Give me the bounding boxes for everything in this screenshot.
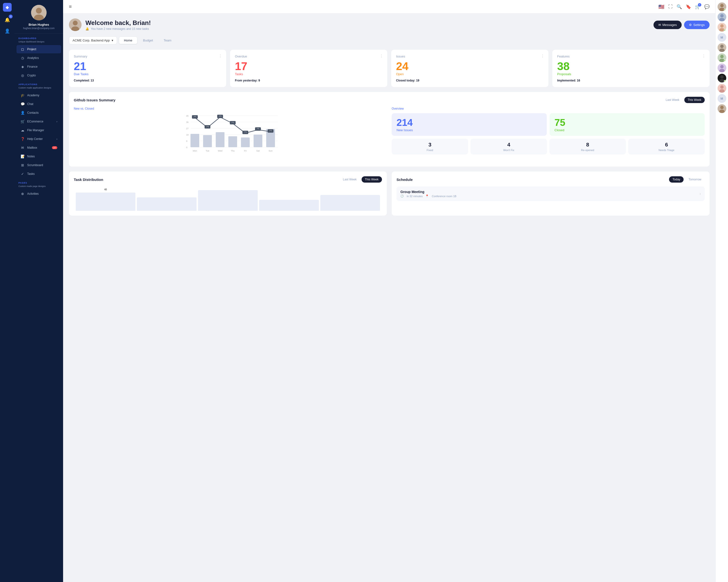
stat-sub: From yesterday: 9 xyxy=(235,79,383,82)
schedule-title: Schedule xyxy=(396,177,413,182)
tabs: Home Budget Team xyxy=(118,36,177,45)
stat-card-issues: Issues ⋮ 24 Open Closed today: 19 xyxy=(391,50,548,87)
app-logo[interactable]: ◆ xyxy=(3,3,11,11)
stat-sub: Completed: 13 xyxy=(74,79,221,82)
github-section-header: Github Issues Summary Last Week This Wee… xyxy=(74,97,705,103)
flag-icon[interactable]: 🇺🇸 xyxy=(658,4,665,10)
svg-point-69 xyxy=(720,65,724,68)
sidebar-item-analytics[interactable]: ◷ Analytics xyxy=(17,54,61,62)
main-area: ≡ 🇺🇸 ⛶ 🔍 🔖 🛒 5 💬 Welcome back, Brian! 🔔 xyxy=(63,0,716,582)
today-button[interactable]: Today xyxy=(669,176,683,183)
chevron-right-icon: › xyxy=(56,120,57,123)
search-button[interactable]: 🔍 xyxy=(677,4,682,9)
svg-point-40 xyxy=(207,127,208,129)
mini-num: 4 xyxy=(473,142,544,148)
task-this-week-button[interactable]: This Week xyxy=(362,176,382,183)
schedule-location: Conference room 1B xyxy=(432,195,457,198)
last-week-button[interactable]: Last Week xyxy=(662,97,683,103)
closed-num: 75 xyxy=(554,117,700,128)
card-menu-icon[interactable]: ⋮ xyxy=(541,54,545,58)
schedule-chevron-icon[interactable]: › xyxy=(700,192,701,196)
sidebar-item-finance[interactable]: ◈ Finance xyxy=(17,62,61,71)
settings-button[interactable]: ⚙ Settings xyxy=(684,21,709,29)
task-last-week-button[interactable]: Last Week xyxy=(339,176,360,183)
this-week-button[interactable]: This Week xyxy=(684,97,705,103)
sidebar-item-notes[interactable]: 📝 Notes xyxy=(17,152,61,161)
header-avatar xyxy=(69,19,81,31)
chart-subtitle: New vs. Closed xyxy=(74,107,387,110)
right-avatar-8[interactable] xyxy=(718,84,726,93)
gear-icon: ⚙ xyxy=(689,23,692,27)
messages-button[interactable]: ✉ Messages xyxy=(653,21,682,29)
right-avatar-2[interactable] xyxy=(718,12,726,21)
chat-icon: 💬 xyxy=(20,102,25,106)
svg-rect-20 xyxy=(216,132,225,147)
fullscreen-button[interactable]: ⛶ xyxy=(668,4,673,9)
schedule-item: Group Meeting 🕐 in 32 minutes 📍 Conferen… xyxy=(396,187,705,201)
sidebar-item-label: Contacts xyxy=(27,111,38,114)
sidebar-item-project[interactable]: ◻ Project xyxy=(17,45,61,53)
tab-team[interactable]: Team xyxy=(159,37,176,44)
project-selector[interactable]: ACME Corp. Backend App ▾ xyxy=(69,36,117,45)
mini-num: 3 xyxy=(395,142,465,148)
sidebar-item-ecommerce[interactable]: 🛒 ECommerce › xyxy=(17,117,61,126)
sidebar-item-label: Notes xyxy=(27,155,35,158)
sidebar-item-label: ECommerce xyxy=(27,120,44,123)
clock-icon: 🕐 xyxy=(400,194,404,198)
sidebar-item-scrumboard[interactable]: ⊞ Scrumboard xyxy=(17,161,61,169)
right-avatar-6[interactable] xyxy=(718,63,726,72)
user-icon-button[interactable]: 👤 xyxy=(3,27,11,35)
sidebar-item-label: Tasks xyxy=(27,172,35,175)
mailbox-icon: ✉ xyxy=(20,146,25,149)
sidebar-item-academy[interactable]: 🎓 Academy xyxy=(17,91,61,100)
right-avatar-7[interactable] xyxy=(718,74,726,82)
chat-button[interactable]: 💬 xyxy=(704,4,709,9)
envelope-icon: ✉ xyxy=(658,23,661,27)
schedule-section: Schedule Today Tomorrow Group Meeting 🕐 … xyxy=(392,171,709,216)
page-header: Welcome back, Brian! 🔔 You have 2 new me… xyxy=(69,19,709,31)
hamburger-button[interactable]: ≡ xyxy=(69,4,72,9)
sidebar-item-mailbox[interactable]: ✉ Mailbox 27 xyxy=(17,144,61,152)
sidebar-item-label: File Manager xyxy=(27,129,44,132)
tab-home[interactable]: Home xyxy=(119,37,137,44)
sidebar-item-chat[interactable]: 💬 Chat xyxy=(17,100,61,108)
sidebar-item-activities[interactable]: ⊕ Activities xyxy=(17,190,61,198)
card-menu-icon[interactable]: ⋮ xyxy=(702,54,706,58)
right-sidebar: M M xyxy=(716,0,728,582)
sidebar-item-contacts[interactable]: 👤 Contacts xyxy=(17,109,61,117)
right-avatar-4[interactable] xyxy=(718,43,726,52)
right-avatar-5[interactable] xyxy=(718,53,726,62)
sidebar-item-crypto[interactable]: ◎ Crypto xyxy=(17,71,61,80)
crypto-icon: ◎ xyxy=(20,74,25,77)
right-avatar-3[interactable] xyxy=(718,23,726,31)
stat-num-label: Tasks xyxy=(235,72,383,76)
sidebar-item-helpcenter[interactable]: ❓ Help Center › xyxy=(17,135,61,143)
stat-big-num: 24 xyxy=(396,61,544,72)
sidebar-user-email: hughes.brian@company.com xyxy=(23,27,54,30)
stat-sub: Closed today: 19 xyxy=(396,79,544,82)
right-avatar-m2[interactable]: M xyxy=(718,94,726,103)
svg-rect-18 xyxy=(190,134,199,147)
new-issues-card: 214 New Issues xyxy=(392,113,547,136)
right-avatar-9[interactable] xyxy=(718,104,726,113)
tab-budget[interactable]: Budget xyxy=(138,37,158,44)
cart-button[interactable]: 🛒 5 xyxy=(695,4,700,9)
schedule-item-title: Group Meeting xyxy=(400,190,457,194)
tomorrow-button[interactable]: Tomorrow xyxy=(685,176,705,183)
sidebar-item-tasks[interactable]: ✓ Tasks xyxy=(17,170,61,178)
header-left: Welcome back, Brian! 🔔 You have 2 new me… xyxy=(69,19,151,31)
svg-point-63 xyxy=(720,45,724,48)
right-avatar-m1[interactable]: M xyxy=(718,33,726,42)
applications-section-sub: Custom made application designs xyxy=(15,87,63,91)
svg-point-43 xyxy=(244,132,246,134)
welcome-title: Welcome back, Brian! xyxy=(85,19,151,27)
header-subtitle: 🔔 You have 2 new messages and 15 new tas… xyxy=(85,27,151,31)
sidebar-item-label: Analytics xyxy=(27,56,39,60)
card-menu-icon[interactable]: ⋮ xyxy=(380,54,383,58)
sidebar-item-label: Mailbox xyxy=(27,146,37,149)
svg-point-54 xyxy=(720,4,724,7)
bookmark-button[interactable]: 🔖 xyxy=(686,4,691,9)
right-avatar-1[interactable] xyxy=(718,2,726,11)
sidebar-item-filemanager[interactable]: ☁ File Manager xyxy=(17,126,61,134)
card-menu-icon[interactable]: ⋮ xyxy=(218,54,222,58)
